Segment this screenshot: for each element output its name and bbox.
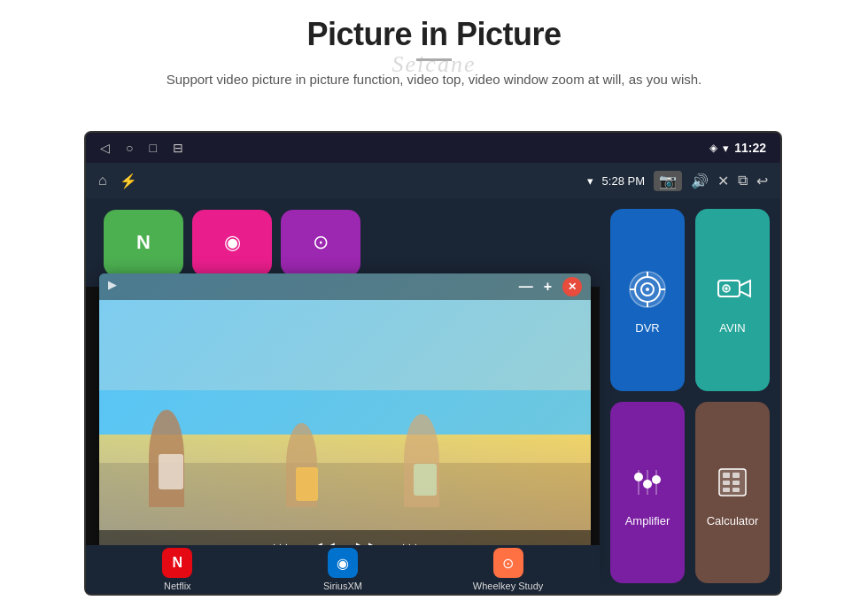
home-nav-icon[interactable]: ○ [126, 141, 133, 155]
netflix-bottom-item[interactable]: N Netflix [95, 548, 260, 591]
calculator-icon [708, 458, 757, 507]
status-bar-right: ◈ ▾ 11:22 [709, 141, 766, 155]
svg-rect-20 [732, 473, 740, 478]
wheelkey-top-icon[interactable]: ⊙ [281, 210, 360, 276]
svg-rect-21 [723, 481, 730, 485]
pip-mode-icon[interactable]: ⧉ [738, 173, 748, 189]
status-time: 11:22 [734, 141, 766, 155]
svg-rect-24 [732, 488, 740, 492]
status-bar: ◁ ○ □ ⊟ ◈ ▾ 11:22 [86, 133, 780, 163]
wifi-status-icon: ▾ [723, 142, 729, 155]
sirius-bottom-icon: ◉ [328, 548, 358, 578]
avin-icon [708, 265, 757, 314]
svg-point-13 [634, 473, 643, 481]
pip-maximize-btn[interactable]: + [544, 279, 552, 295]
wheelkey-bottom-icon: ⊙ [493, 548, 523, 578]
wheelkey-bottom-item[interactable]: ⊙ Wheelkey Study [425, 548, 591, 591]
svg-point-3 [646, 288, 649, 291]
page-title: Picture in Picture [53, 16, 815, 53]
pip-window[interactable]: ▶ — + ✕ [99, 273, 591, 566]
pip-minimize-btn[interactable]: — [519, 279, 533, 295]
right-app-grid: DVR AVIN [600, 198, 780, 594]
svg-rect-23 [723, 488, 730, 492]
wheelkey-label: Wheelkey Study [473, 581, 543, 591]
amplifier-label: Amplifier [625, 514, 670, 527]
amplifier-icon [623, 458, 672, 507]
dvr-tile[interactable]: DVR [610, 209, 685, 391]
svg-rect-22 [732, 481, 740, 485]
calculator-tile[interactable]: Calculator [695, 402, 770, 584]
app-bar: ⌂ ⚡ ▾ 5:28 PM 📷 🔊 ✕ ⧉ ↩ [86, 163, 780, 198]
main-area: N ◉ ⊙ ▶ — + ✕ [86, 198, 780, 594]
wifi-appbar-icon: ▾ [587, 174, 593, 188]
camera-icon[interactable]: 📷 [654, 171, 682, 191]
pip-play-icon: ▶ [108, 278, 117, 291]
svg-point-15 [643, 480, 652, 489]
app-bar-left: ⌂ ⚡ [98, 173, 137, 189]
dvr-icon [623, 265, 672, 314]
avin-label: AVIN [719, 321, 745, 335]
netflix-bottom-icon: N [162, 548, 192, 578]
left-panel: N ◉ ⊙ ▶ — + ✕ [86, 198, 600, 594]
amplifier-tile[interactable]: Amplifier [610, 402, 685, 584]
volume-icon[interactable]: 🔊 [691, 173, 709, 189]
video-content [99, 273, 591, 566]
device-frame: ◁ ○ □ ⊟ ◈ ▾ 11:22 ⌂ ⚡ ▾ 5:28 PM 📷 🔊 ✕ ⧉ … [84, 131, 782, 596]
sirius-label: SiriusXM [323, 581, 362, 591]
sirius-bottom-item[interactable]: ◉ SiriusXM [260, 548, 426, 591]
back-app-icon[interactable]: ↩ [756, 173, 768, 189]
close-app-icon[interactable]: ✕ [717, 173, 729, 189]
netflix-label: Netflix [164, 581, 191, 591]
usb-icon[interactable]: ⚡ [120, 173, 137, 189]
subtitle: Support video picture in picture functio… [53, 70, 815, 90]
netflix-top-icon[interactable]: N [104, 210, 183, 276]
back-nav-icon[interactable]: ◁ [100, 141, 110, 155]
svg-point-11 [725, 288, 728, 290]
calculator-label: Calculator [707, 514, 759, 527]
app-bar-right: ▾ 5:28 PM 📷 🔊 ✕ ⧉ ↩ [587, 171, 768, 191]
svg-rect-19 [723, 473, 730, 478]
pip-header: ▶ — + ✕ [99, 273, 591, 300]
pip-top-controls: — + ✕ [519, 277, 582, 296]
avin-tile[interactable]: AVIN [695, 209, 770, 391]
header-section: Picture in Picture Seicane Support video… [0, 0, 868, 99]
sirius-top-icon[interactable]: ◉ [192, 210, 272, 276]
menu-nav-icon[interactable]: ⊟ [173, 141, 183, 155]
appbar-time: 5:28 PM [602, 174, 645, 188]
pip-close-btn[interactable]: ✕ [562, 277, 582, 296]
title-divider [416, 58, 452, 61]
recent-nav-icon[interactable]: □ [149, 141, 156, 155]
bottom-app-row: N Netflix ◉ SiriusXM ⊙ Wheelkey Study [86, 545, 600, 594]
location-icon: ◈ [709, 142, 717, 154]
nav-icons: ◁ ○ □ ⊟ [100, 141, 183, 155]
svg-point-17 [652, 475, 661, 484]
dvr-label: DVR [635, 321, 659, 335]
svg-marker-9 [740, 281, 750, 296]
home-icon[interactable]: ⌂ [98, 173, 107, 189]
